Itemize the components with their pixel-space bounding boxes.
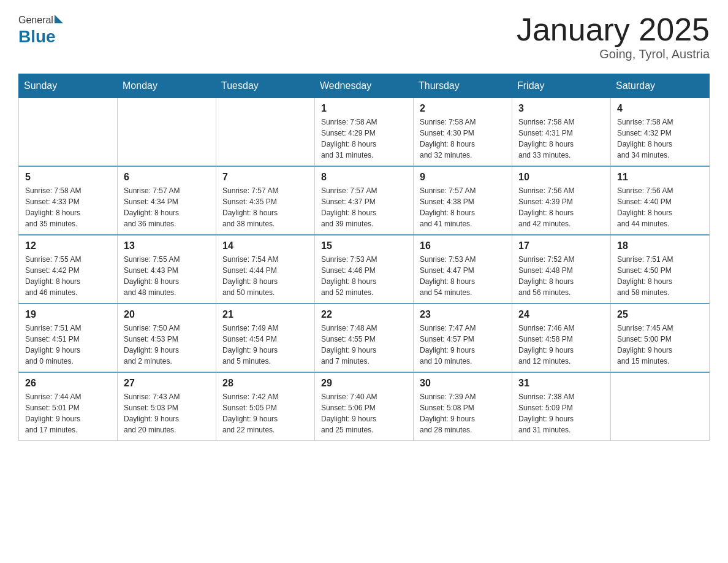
day-number: 7 xyxy=(222,172,308,183)
calendar-day-cell: 30Sunrise: 7:39 AM Sunset: 5:08 PM Dayli… xyxy=(414,372,512,441)
calendar-week-row: 26Sunrise: 7:44 AM Sunset: 5:01 PM Dayli… xyxy=(19,372,710,441)
day-number: 13 xyxy=(124,240,210,251)
day-info: Sunrise: 7:42 AM Sunset: 5:05 PM Dayligh… xyxy=(222,391,308,435)
day-info: Sunrise: 7:53 AM Sunset: 4:46 PM Dayligh… xyxy=(321,254,407,298)
day-number: 31 xyxy=(518,378,604,389)
logo-blue-text: Blue xyxy=(18,27,56,47)
day-number: 3 xyxy=(518,103,604,114)
day-info: Sunrise: 7:55 AM Sunset: 4:42 PM Dayligh… xyxy=(25,254,111,298)
day-info: Sunrise: 7:58 AM Sunset: 4:33 PM Dayligh… xyxy=(25,185,111,229)
calendar-day-cell: 17Sunrise: 7:52 AM Sunset: 4:48 PM Dayli… xyxy=(512,235,611,304)
day-of-week-header: Monday xyxy=(118,74,216,98)
calendar-day-cell: 22Sunrise: 7:48 AM Sunset: 4:55 PM Dayli… xyxy=(315,304,414,372)
day-info: Sunrise: 7:58 AM Sunset: 4:31 PM Dayligh… xyxy=(518,117,604,161)
calendar-day-cell: 20Sunrise: 7:50 AM Sunset: 4:53 PM Dayli… xyxy=(118,304,216,372)
day-number: 19 xyxy=(25,309,111,320)
day-number: 17 xyxy=(518,240,604,251)
day-info: Sunrise: 7:39 AM Sunset: 5:08 PM Dayligh… xyxy=(420,391,506,435)
calendar-day-cell: 16Sunrise: 7:53 AM Sunset: 4:47 PM Dayli… xyxy=(414,235,512,304)
calendar-day-cell: 26Sunrise: 7:44 AM Sunset: 5:01 PM Dayli… xyxy=(19,372,118,441)
day-number: 27 xyxy=(124,378,210,389)
day-number: 21 xyxy=(222,309,308,320)
day-number: 2 xyxy=(420,103,506,114)
calendar-day-cell xyxy=(216,98,315,167)
calendar-day-cell: 23Sunrise: 7:47 AM Sunset: 4:57 PM Dayli… xyxy=(414,304,512,372)
calendar-day-cell: 15Sunrise: 7:53 AM Sunset: 4:46 PM Dayli… xyxy=(315,235,414,304)
day-of-week-header: Wednesday xyxy=(315,74,414,98)
calendar-day-cell: 18Sunrise: 7:51 AM Sunset: 4:50 PM Dayli… xyxy=(611,235,710,304)
day-number: 16 xyxy=(420,240,506,251)
calendar-day-cell: 28Sunrise: 7:42 AM Sunset: 5:05 PM Dayli… xyxy=(216,372,315,441)
calendar-week-row: 19Sunrise: 7:51 AM Sunset: 4:51 PM Dayli… xyxy=(19,304,710,372)
day-info: Sunrise: 7:56 AM Sunset: 4:40 PM Dayligh… xyxy=(617,185,703,229)
calendar-day-cell: 29Sunrise: 7:40 AM Sunset: 5:06 PM Dayli… xyxy=(315,372,414,441)
day-info: Sunrise: 7:56 AM Sunset: 4:39 PM Dayligh… xyxy=(518,185,604,229)
day-info: Sunrise: 7:51 AM Sunset: 4:51 PM Dayligh… xyxy=(25,323,111,367)
calendar-day-cell: 21Sunrise: 7:49 AM Sunset: 4:54 PM Dayli… xyxy=(216,304,315,372)
day-info: Sunrise: 7:44 AM Sunset: 5:01 PM Dayligh… xyxy=(25,391,111,435)
day-of-week-header: Thursday xyxy=(414,74,512,98)
calendar-day-cell xyxy=(19,98,118,167)
day-number: 1 xyxy=(321,103,407,114)
day-number: 15 xyxy=(321,240,407,251)
day-info: Sunrise: 7:50 AM Sunset: 4:53 PM Dayligh… xyxy=(124,323,210,367)
calendar-day-cell: 27Sunrise: 7:43 AM Sunset: 5:03 PM Dayli… xyxy=(118,372,216,441)
calendar-day-cell: 24Sunrise: 7:46 AM Sunset: 4:58 PM Dayli… xyxy=(512,304,611,372)
day-number: 18 xyxy=(617,240,703,251)
day-info: Sunrise: 7:48 AM Sunset: 4:55 PM Dayligh… xyxy=(321,323,407,367)
day-number: 10 xyxy=(518,172,604,183)
day-number: 5 xyxy=(25,172,111,183)
day-info: Sunrise: 7:57 AM Sunset: 4:38 PM Dayligh… xyxy=(420,185,506,229)
day-info: Sunrise: 7:57 AM Sunset: 4:37 PM Dayligh… xyxy=(321,185,407,229)
day-of-week-header: Tuesday xyxy=(216,74,315,98)
day-number: 11 xyxy=(617,172,703,183)
day-number: 22 xyxy=(321,309,407,320)
logo-general-text: General xyxy=(18,15,53,26)
calendar-day-cell: 13Sunrise: 7:55 AM Sunset: 4:43 PM Dayli… xyxy=(118,235,216,304)
calendar-day-cell: 3Sunrise: 7:58 AM Sunset: 4:31 PM Daylig… xyxy=(512,98,611,167)
day-number: 30 xyxy=(420,378,506,389)
logo-arrow-icon xyxy=(55,15,63,23)
calendar-day-cell: 31Sunrise: 7:38 AM Sunset: 5:09 PM Dayli… xyxy=(512,372,611,441)
day-info: Sunrise: 7:40 AM Sunset: 5:06 PM Dayligh… xyxy=(321,391,407,435)
calendar-day-cell: 9Sunrise: 7:57 AM Sunset: 4:38 PM Daylig… xyxy=(414,166,512,235)
page-header: General Blue January 2025 Going, Tyrol, … xyxy=(18,12,710,61)
day-number: 23 xyxy=(420,309,506,320)
day-info: Sunrise: 7:53 AM Sunset: 4:47 PM Dayligh… xyxy=(420,254,506,298)
day-info: Sunrise: 7:54 AM Sunset: 4:44 PM Dayligh… xyxy=(222,254,308,298)
logo: General Blue xyxy=(18,12,63,47)
day-number: 24 xyxy=(518,309,604,320)
day-info: Sunrise: 7:58 AM Sunset: 4:29 PM Dayligh… xyxy=(321,117,407,161)
day-info: Sunrise: 7:38 AM Sunset: 5:09 PM Dayligh… xyxy=(518,391,604,435)
calendar-day-cell: 5Sunrise: 7:58 AM Sunset: 4:33 PM Daylig… xyxy=(19,166,118,235)
calendar-day-cell: 1Sunrise: 7:58 AM Sunset: 4:29 PM Daylig… xyxy=(315,98,414,167)
calendar-title: January 2025 xyxy=(517,12,710,47)
day-info: Sunrise: 7:57 AM Sunset: 4:34 PM Dayligh… xyxy=(124,185,210,229)
calendar-day-cell: 14Sunrise: 7:54 AM Sunset: 4:44 PM Dayli… xyxy=(216,235,315,304)
day-info: Sunrise: 7:51 AM Sunset: 4:50 PM Dayligh… xyxy=(617,254,703,298)
calendar-day-cell: 7Sunrise: 7:57 AM Sunset: 4:35 PM Daylig… xyxy=(216,166,315,235)
day-of-week-header: Friday xyxy=(512,74,611,98)
day-of-week-header: Saturday xyxy=(611,74,710,98)
day-info: Sunrise: 7:49 AM Sunset: 4:54 PM Dayligh… xyxy=(222,323,308,367)
calendar-header-row: SundayMondayTuesdayWednesdayThursdayFrid… xyxy=(19,74,710,98)
day-of-week-header: Sunday xyxy=(19,74,118,98)
calendar-day-cell: 4Sunrise: 7:58 AM Sunset: 4:32 PM Daylig… xyxy=(611,98,710,167)
day-number: 25 xyxy=(617,309,703,320)
calendar-week-row: 1Sunrise: 7:58 AM Sunset: 4:29 PM Daylig… xyxy=(19,98,710,167)
calendar-day-cell: 25Sunrise: 7:45 AM Sunset: 5:00 PM Dayli… xyxy=(611,304,710,372)
calendar-day-cell: 10Sunrise: 7:56 AM Sunset: 4:39 PM Dayli… xyxy=(512,166,611,235)
day-number: 9 xyxy=(420,172,506,183)
calendar-day-cell: 19Sunrise: 7:51 AM Sunset: 4:51 PM Dayli… xyxy=(19,304,118,372)
day-number: 6 xyxy=(124,172,210,183)
calendar-subtitle: Going, Tyrol, Austria xyxy=(517,47,710,61)
day-number: 12 xyxy=(25,240,111,251)
title-block: January 2025 Going, Tyrol, Austria xyxy=(517,12,710,61)
day-number: 4 xyxy=(617,103,703,114)
calendar-day-cell: 12Sunrise: 7:55 AM Sunset: 4:42 PM Dayli… xyxy=(19,235,118,304)
day-number: 20 xyxy=(124,309,210,320)
day-info: Sunrise: 7:52 AM Sunset: 4:48 PM Dayligh… xyxy=(518,254,604,298)
day-info: Sunrise: 7:57 AM Sunset: 4:35 PM Dayligh… xyxy=(222,185,308,229)
calendar-day-cell: 11Sunrise: 7:56 AM Sunset: 4:40 PM Dayli… xyxy=(611,166,710,235)
day-info: Sunrise: 7:58 AM Sunset: 4:30 PM Dayligh… xyxy=(420,117,506,161)
